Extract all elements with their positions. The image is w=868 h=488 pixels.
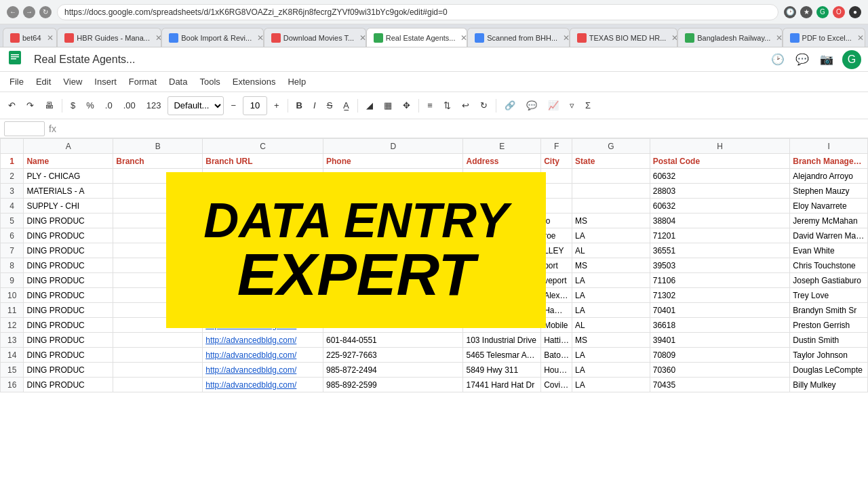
cell-a-9[interactable]: DING PRODUC [24, 303, 113, 318]
cell-i-10[interactable]: Preston Gerrish [790, 318, 868, 333]
cell-i-9[interactable]: Brandyn Smith Sr [790, 303, 868, 318]
print-button[interactable]: 🖶 [41, 96, 58, 115]
cell-g-6[interactable]: MS [572, 258, 650, 273]
forward-icon[interactable]: → [23, 6, 35, 18]
cell-h-11[interactable]: 39401 [650, 333, 789, 348]
cell-i-5[interactable]: Evan White [790, 243, 868, 258]
tab-download[interactable]: Download Movies T... ✕ [264, 28, 366, 47]
decimal-decrease-button[interactable]: .0 [101, 96, 117, 115]
cell-a-13[interactable]: DING PRODUC [24, 363, 113, 378]
cell-h-3[interactable]: 38804 [650, 214, 789, 228]
cell-g-12[interactable]: LA [572, 348, 650, 363]
cell-a-3[interactable]: DING PRODUC [24, 214, 113, 228]
tab-close-texas[interactable]: ✕ [671, 33, 677, 43]
header-cell-address[interactable]: Address [463, 154, 541, 169]
cell-e-11[interactable]: 103 Industrial Drive [463, 333, 541, 348]
cell-i-13[interactable]: Douglas LeCompte [790, 363, 868, 378]
cell-d-12[interactable]: 225-927-7663 [323, 348, 463, 363]
history-icon[interactable]: 🕑 [769, 51, 787, 68]
cell-a-14[interactable]: DING PRODUC [24, 378, 113, 392]
cell-g-0[interactable] [572, 169, 650, 184]
bold-button[interactable]: B [292, 96, 307, 115]
tab-close-scanned[interactable]: ✕ [563, 33, 570, 43]
cell-i-1[interactable]: Stephen Mauzy [790, 184, 868, 199]
font-decrease-button[interactable]: − [226, 96, 240, 115]
cell-c-11[interactable]: http://advancedbldg.com/ [203, 333, 323, 348]
camera-icon[interactable]: 📷 [818, 51, 835, 68]
app-bar-actions[interactable]: 🕑 💬 📷 G [769, 50, 861, 69]
cell-g-1[interactable] [572, 184, 650, 199]
link-button[interactable]: 🔗 [500, 96, 519, 115]
cell-g-5[interactable]: AL [572, 243, 650, 258]
tab-bet64[interactable]: bet64 ✕ [3, 28, 57, 47]
text-color-button[interactable]: A̲ [339, 96, 353, 115]
cell-h-12[interactable]: 70809 [650, 348, 789, 363]
cell-i-14[interactable]: Billy Mulkey [790, 378, 868, 392]
reload-icon[interactable]: ↻ [39, 6, 52, 18]
col-header-f[interactable]: F [541, 139, 572, 154]
cell-h-10[interactable]: 36618 [650, 318, 789, 333]
cell-e-13[interactable]: 5849 Hwy 311 [463, 363, 541, 378]
col-header-a[interactable]: A [24, 139, 113, 154]
menu-view[interactable]: View [58, 75, 87, 89]
cell-i-2[interactable]: Eloy Navarrete [790, 199, 868, 214]
cell-f-12[interactable]: Baton Rouge [541, 348, 572, 363]
menu-format[interactable]: Format [123, 75, 162, 89]
comment-icon[interactable]: 💬 [793, 51, 811, 68]
cell-b-11[interactable] [113, 333, 203, 348]
profile-icon[interactable]: G [816, 6, 829, 18]
cell-i-6[interactable]: Chris Touchstone [790, 258, 868, 273]
cell-g-9[interactable]: LA [572, 303, 650, 318]
cell-g-10[interactable]: AL [572, 318, 650, 333]
cell-h-8[interactable]: 71302 [650, 288, 789, 303]
cell-b-14[interactable] [113, 378, 203, 392]
col-header-c[interactable]: C [203, 139, 323, 154]
col-header-h[interactable]: H [650, 139, 789, 154]
cell-g-3[interactable]: MS [572, 214, 650, 228]
cell-h-14[interactable]: 70435 [650, 378, 789, 392]
browser-nav-icons[interactable]: ← → ↻ [7, 6, 52, 18]
cell-e-12[interactable]: 5465 Telesmar Avenue [463, 348, 541, 363]
cell-f-13[interactable]: Houma [541, 363, 572, 378]
cell-a-0[interactable]: PLY - CHICAG [24, 169, 113, 184]
cell-h-0[interactable]: 60632 [650, 169, 789, 184]
cell-c-13[interactable]: http://advancedbldg.com/ [203, 363, 323, 378]
cell-g-14[interactable]: LA [572, 378, 650, 392]
menu-help[interactable]: Help [282, 75, 311, 89]
cell-a-5[interactable]: DING PRODUC [24, 243, 113, 258]
cell-d-14[interactable]: 985-892-2599 [323, 378, 463, 392]
chart-button[interactable]: 📈 [544, 96, 563, 115]
tab-close-bangladesh[interactable]: ✕ [776, 33, 782, 43]
cell-h-4[interactable]: 71201 [650, 228, 789, 243]
cell-a-4[interactable]: DING PRODUC [24, 228, 113, 243]
tab-close-realestate[interactable]: ✕ [460, 33, 467, 43]
cell-b-12[interactable] [113, 348, 203, 363]
cell-e-14[interactable]: 17441 Hard Hat Dr [463, 378, 541, 392]
cell-g-8[interactable]: LA [572, 288, 650, 303]
cell-i-4[interactable]: David Warren Matson [790, 228, 868, 243]
tab-hbr[interactable]: HBR Guides - Mana... ✕ [57, 28, 161, 47]
cell-a-7[interactable]: DING PRODUC [24, 273, 113, 288]
cell-h-7[interactable]: 71106 [650, 273, 789, 288]
menu-tools[interactable]: Tools [194, 75, 225, 89]
cell-a-2[interactable]: SUPPLY - CHI [24, 199, 113, 214]
cell-i-8[interactable]: Trey Love [790, 288, 868, 303]
header-cell-branch[interactable]: Branch [113, 154, 203, 169]
cell-d-13[interactable]: 985-872-2494 [323, 363, 463, 378]
font-family-select[interactable]: Default... [167, 96, 224, 115]
cell-g-7[interactable]: LA [572, 273, 650, 288]
header-cell-manager[interactable]: Branch Manager Name [790, 154, 868, 169]
cell-reference-input[interactable] [4, 121, 45, 136]
currency-button[interactable]: $ [66, 96, 79, 115]
rotate-button[interactable]: ↻ [476, 96, 492, 115]
font-size-input[interactable] [243, 96, 267, 115]
cell-f-14[interactable]: Covington [541, 378, 572, 392]
cell-i-11[interactable]: Dustin Smith [790, 333, 868, 348]
cell-h-5[interactable]: 36551 [650, 243, 789, 258]
cell-g-13[interactable]: LA [572, 363, 650, 378]
cell-a-6[interactable]: DING PRODUC [24, 258, 113, 273]
cell-h-2[interactable]: 60632 [650, 199, 789, 214]
cell-a-12[interactable]: DING PRODUC [24, 348, 113, 363]
cell-g-4[interactable]: LA [572, 228, 650, 243]
user-avatar[interactable]: G [842, 50, 861, 69]
